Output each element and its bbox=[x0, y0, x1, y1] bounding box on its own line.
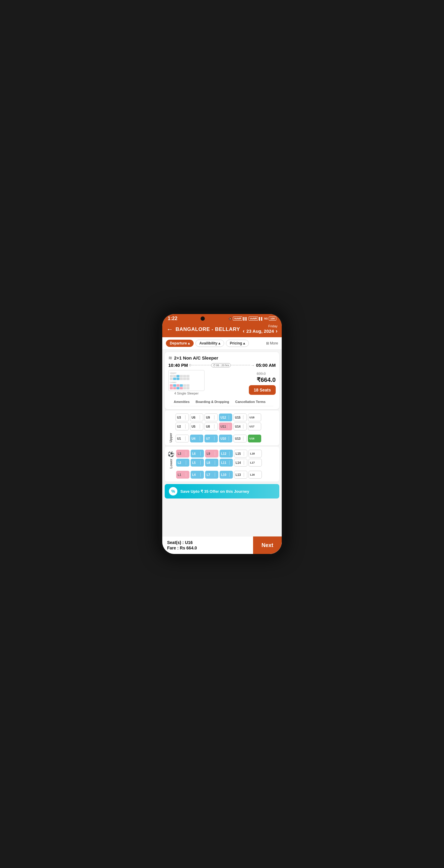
depart-dot bbox=[189, 364, 191, 366]
duration-badge: ⏱ 06 : 20 hrs bbox=[211, 363, 231, 367]
seat-L18[interactable]: L18 bbox=[248, 450, 262, 458]
seats-button[interactable]: 18 Seats bbox=[249, 385, 276, 395]
seat-L13[interactable]: L13 bbox=[234, 471, 247, 478]
next-button[interactable]: Next bbox=[253, 536, 282, 554]
seat-L10[interactable]: L10 bbox=[219, 471, 233, 478]
seat-U17[interactable]: U17 bbox=[248, 423, 261, 430]
seat-U15[interactable]: U15 bbox=[233, 413, 247, 421]
seat-L15[interactable]: L15 bbox=[234, 450, 247, 458]
lower-row-2: L2 L5 L8 L11 L14 L17 bbox=[176, 459, 276, 467]
seat-L2[interactable]: L2 bbox=[176, 459, 189, 467]
seat-U8[interactable]: U8 bbox=[205, 423, 218, 430]
seat-L4[interactable]: L4 bbox=[190, 471, 204, 478]
travel-date-row: ‹ 23 Aug, 2024 › bbox=[243, 328, 277, 334]
lower-row-1: L3 L6 L9 L12 L15 L18 bbox=[176, 450, 276, 458]
original-price: 699.0 bbox=[257, 372, 266, 376]
offer-banner[interactable]: % Save Upto ₹ 35 Offer on this Journey bbox=[165, 484, 279, 498]
time-line: ⏱ 06 : 20 hrs → bbox=[189, 363, 255, 368]
offer-icon: % bbox=[169, 487, 177, 495]
seat-U11[interactable]: U11 bbox=[219, 423, 232, 430]
seat-L7[interactable]: L7 bbox=[205, 471, 218, 478]
main-content: ≋ 2+1 Non A/C Sleeper 10:40 PM ⏱ 06 : 20… bbox=[162, 350, 282, 536]
fare-info-label: Fare : Rs 664.0 bbox=[167, 546, 248, 550]
seat-U13[interactable]: U13 bbox=[233, 435, 247, 442]
seat-L9[interactable]: L9 bbox=[205, 450, 218, 458]
phone-screen: 1:22 🔕 VoNR ▌▌ VoNR ▌▌ 5G 100 ← BANGALOR… bbox=[162, 314, 282, 554]
sub-tabs: Amenities Boarding & Dropping Cancellati… bbox=[171, 398, 273, 406]
header-right: Friday ‹ 23 Aug, 2024 › bbox=[243, 324, 277, 334]
cancellation-tab[interactable]: Cancellation Terms bbox=[232, 398, 269, 406]
current-price: ₹664.0 bbox=[257, 376, 276, 383]
dashes2 bbox=[231, 365, 250, 365]
bus-type-row: ≋ 2+1 Non A/C Sleeper bbox=[168, 355, 276, 361]
status-time: 1:22 bbox=[168, 316, 177, 321]
prev-date-button[interactable]: ‹ bbox=[243, 328, 245, 334]
filter-pricing[interactable]: Pricing ▴ bbox=[226, 340, 249, 347]
travel-day: Friday bbox=[268, 324, 277, 328]
status-icons: 🔕 VoNR ▌▌ VoNR ▌▌ 5G 100 bbox=[228, 316, 276, 321]
upper-row-3: U1 U4 U7 U10 U13 U16 bbox=[176, 435, 276, 442]
arrow-icon: → bbox=[250, 363, 255, 368]
seat-U5[interactable]: U5 bbox=[190, 423, 203, 430]
booking-info: Seat(s) : U16 Fare : Rs 664.0 bbox=[162, 536, 253, 554]
bus-card: ≋ 2+1 Non A/C Sleeper 10:40 PM ⏱ 06 : 20… bbox=[165, 352, 279, 409]
seat-L6[interactable]: L6 bbox=[190, 450, 204, 458]
seat-L1[interactable]: L1 bbox=[176, 471, 189, 478]
seat-L17[interactable]: L17 bbox=[248, 459, 262, 467]
dashes bbox=[192, 365, 211, 365]
app-header: ← BANGALORE - BELLARY Friday ‹ 23 Aug, 2… bbox=[162, 322, 282, 337]
bottom-bar: Seat(s) : U16 Fare : Rs 664.0 Next bbox=[162, 536, 282, 554]
back-button[interactable]: ← bbox=[167, 326, 173, 333]
seat-U3[interactable]: U3 bbox=[176, 413, 189, 421]
seat-price-row: Upper bbox=[168, 370, 276, 395]
upper-seat-section: Upper U3 U6 U9 U12 U15 U18 bbox=[165, 410, 279, 445]
status-bar: 1:22 🔕 VoNR ▌▌ VoNR ▌▌ 5G 100 bbox=[162, 314, 282, 322]
seat-U14[interactable]: U14 bbox=[233, 423, 247, 430]
soccer-icon: ⚽ bbox=[168, 451, 174, 458]
seat-L11[interactable]: L11 bbox=[219, 459, 233, 467]
upper-label: Upper bbox=[168, 413, 174, 442]
seat-U4[interactable]: U4 bbox=[190, 435, 203, 442]
filter-departure[interactable]: Departure ▴ bbox=[166, 340, 194, 347]
bus-type: 2+1 Non A/C Sleeper bbox=[174, 355, 218, 361]
seat-U9[interactable]: U9 bbox=[205, 413, 218, 421]
travel-date: 23 Aug, 2024 bbox=[246, 329, 274, 334]
offer-text: Save Upto ₹ 35 Offer on this Journey bbox=[180, 489, 249, 494]
upper-row-2: U2 U5 U8 U11 U14 U17 bbox=[176, 423, 276, 430]
route-title: BANGALORE - BELLARY bbox=[176, 327, 240, 333]
seat-L8[interactable]: L8 bbox=[205, 459, 218, 467]
depart-time: 10:40 PM bbox=[168, 363, 188, 368]
phone-shell: 1:22 🔕 VoNR ▌▌ VoNR ▌▌ 5G 100 ← BANGALOR… bbox=[159, 310, 285, 558]
seat-U18[interactable]: U18 bbox=[248, 413, 261, 421]
single-sleeper-info: 4 Single Sleeper bbox=[168, 392, 205, 395]
mini-layout: Upper bbox=[168, 370, 205, 395]
camera-notch bbox=[201, 316, 205, 321]
seat-U6[interactable]: U6 bbox=[190, 413, 203, 421]
boarding-tab[interactable]: Boarding & Dropping bbox=[193, 398, 232, 406]
upper-row-1: U3 U6 U9 U12 U15 U18 bbox=[176, 413, 276, 421]
filter-bar: Departure ▴ Availibility ▴ Pricing ▴ ⊞ M… bbox=[162, 337, 282, 350]
amenities-tab[interactable]: Amenities bbox=[171, 398, 193, 406]
seat-L3[interactable]: L3 bbox=[176, 450, 189, 458]
lower-label: Lower bbox=[168, 459, 174, 468]
seat-U16[interactable]: U16 bbox=[248, 435, 261, 442]
next-date-button[interactable]: › bbox=[276, 328, 277, 334]
seat-L16[interactable]: L16 bbox=[248, 471, 262, 478]
seat-L5[interactable]: L5 bbox=[190, 459, 204, 467]
arrive-time: 05:00 AM bbox=[256, 363, 276, 368]
seat-L12[interactable]: L12 bbox=[219, 450, 233, 458]
seat-U1[interactable]: U1 bbox=[176, 435, 189, 442]
seat-L14[interactable]: L14 bbox=[234, 459, 247, 467]
lower-seat-section: ⚽ Lower L3 L6 L9 L12 L15 L18 bbox=[165, 447, 279, 482]
filter-availability[interactable]: Availibility ▴ bbox=[196, 340, 224, 347]
header-left: ← BANGALORE - BELLARY bbox=[167, 326, 240, 333]
price-section: 699.0 ₹664.0 18 Seats bbox=[249, 371, 276, 395]
seat-U7[interactable]: U7 bbox=[205, 435, 218, 442]
time-row: 10:40 PM ⏱ 06 : 20 hrs → 05:00 AM bbox=[168, 363, 276, 368]
seat-U12[interactable]: U12 bbox=[219, 413, 232, 421]
seat-info-label: Seat(s) : U16 bbox=[167, 540, 248, 545]
seat-U10[interactable]: U10 bbox=[219, 435, 232, 442]
seat-U2[interactable]: U2 bbox=[176, 423, 189, 430]
bus-icon: ≋ bbox=[168, 355, 172, 361]
filter-more[interactable]: ⊞ More bbox=[266, 341, 278, 345]
